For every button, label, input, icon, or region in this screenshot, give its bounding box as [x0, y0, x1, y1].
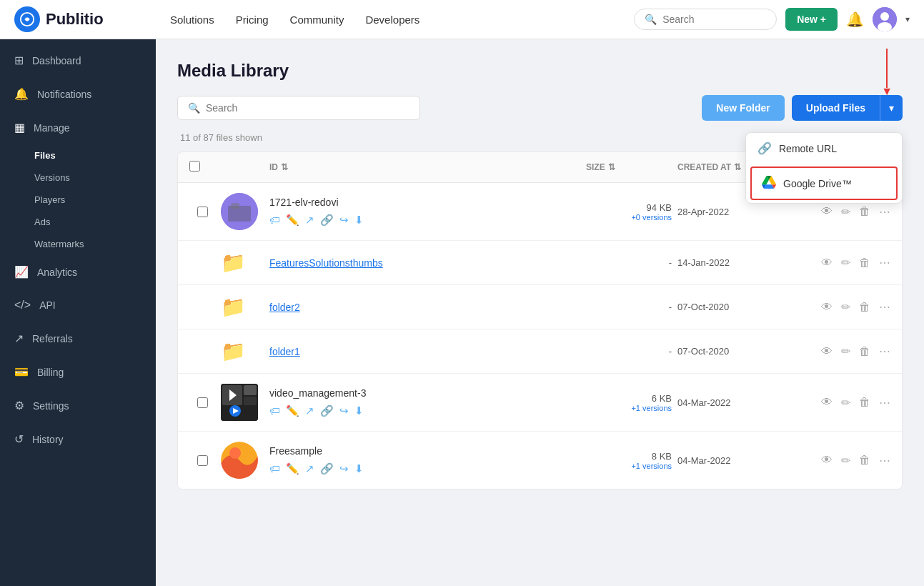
select-all-checkbox[interactable] — [189, 161, 200, 172]
sidebar-item-manage[interactable]: ▦ Manage — [0, 111, 156, 144]
submenu-watermarks[interactable]: Watermarks — [34, 233, 156, 255]
submenu-players[interactable]: Players — [34, 189, 156, 211]
open-icon[interactable]: ↗ — [305, 214, 314, 227]
row-checkbox[interactable] — [197, 455, 208, 466]
sidebar-item-notifications[interactable]: 🔔 Notifications — [0, 77, 156, 111]
view-icon[interactable]: 👁 — [821, 257, 833, 269]
sidebar-item-history[interactable]: ↺ History — [0, 422, 156, 456]
billing-icon: 💳 — [14, 365, 29, 379]
more-icon[interactable]: ⋯ — [879, 256, 890, 269]
search-icon: 🔍 — [645, 14, 657, 25]
avatar-chevron-icon[interactable]: ▾ — [905, 14, 910, 24]
edit-icon[interactable]: ✏️ — [286, 462, 299, 475]
more-icon[interactable]: ⋯ — [879, 205, 890, 219]
arrow-indicator: ▼ — [881, 49, 893, 98]
file-size: - — [586, 302, 672, 312]
edit-icon[interactable]: ✏ — [841, 205, 850, 219]
share-icon[interactable]: ↪ — [339, 214, 349, 227]
edit-icon[interactable]: ✏️ — [286, 214, 299, 227]
download-icon[interactable]: ⬇ — [354, 404, 364, 417]
folder-name[interactable]: folder2 — [269, 302, 580, 313]
manage-submenu: Files Versions Players Ads Watermarks — [0, 144, 156, 255]
sidebar-item-dashboard[interactable]: ⊞ Dashboard — [0, 44, 156, 77]
dropdown-google-drive-label: Google Drive™ — [783, 178, 852, 189]
sidebar-label-dashboard: Dashboard — [32, 55, 81, 66]
svg-point-2 — [880, 12, 889, 21]
header-id[interactable]: ID ⇅ — [269, 162, 580, 172]
download-icon[interactable]: ⬇ — [354, 214, 364, 227]
delete-icon[interactable]: 🗑 — [859, 396, 870, 409]
view-icon[interactable]: 👁 — [821, 345, 833, 358]
sidebar-item-api[interactable]: </> API — [0, 289, 156, 322]
sidebar-item-referrals[interactable]: ↗ Referrals — [0, 322, 156, 355]
tag-icon[interactable]: 🏷 — [269, 404, 280, 417]
delete-icon[interactable]: 🗑 — [859, 301, 870, 314]
edit-icon[interactable]: ✏ — [841, 344, 850, 358]
delete-icon[interactable]: 🗑 — [859, 257, 870, 269]
view-icon[interactable]: 👁 — [821, 301, 833, 314]
share-icon[interactable]: ↪ — [339, 404, 349, 417]
nav-solutions[interactable]: Solutions — [170, 14, 214, 26]
header-size[interactable]: SIZE ⇅ — [586, 162, 672, 172]
view-icon[interactable]: 👁 — [821, 205, 833, 218]
row-checkbox[interactable] — [197, 397, 208, 408]
link-icon[interactable]: 🔗 — [320, 214, 334, 227]
top-nav: Publitio Solutions Pricing Community Dev… — [0, 0, 924, 39]
edit-icon[interactable]: ✏️ — [286, 404, 299, 417]
share-icon[interactable]: ↪ — [339, 462, 349, 475]
delete-icon[interactable]: 🗑 — [859, 345, 870, 358]
sidebar-item-billing[interactable]: 💳 Billing — [0, 355, 156, 389]
nav-pricing[interactable]: Pricing — [236, 14, 269, 26]
submenu-ads[interactable]: Ads — [34, 211, 156, 233]
row-checkbox[interactable] — [197, 207, 208, 217]
row-checkbox-cell — [189, 455, 215, 466]
edit-icon[interactable]: ✏ — [841, 256, 850, 269]
more-icon[interactable]: ⋯ — [879, 300, 890, 314]
media-search-input[interactable] — [206, 102, 409, 114]
submenu-versions[interactable]: Versions — [34, 167, 156, 189]
edit-icon[interactable]: ✏ — [841, 454, 850, 467]
delete-icon[interactable]: 🗑 — [859, 205, 870, 218]
edit-icon[interactable]: ✏ — [841, 300, 850, 314]
sidebar-item-settings[interactable]: ⚙ Settings — [0, 389, 156, 422]
nav-search-input[interactable] — [662, 14, 766, 25]
tag-icon[interactable]: 🏷 — [269, 462, 280, 475]
link-icon[interactable]: 🔗 — [320, 462, 334, 475]
open-icon[interactable]: ↗ — [305, 404, 314, 417]
view-icon[interactable]: 👁 — [821, 396, 833, 409]
dropdown-google-drive[interactable]: Google Drive™ — [750, 167, 898, 200]
sidebar-item-analytics[interactable]: 📈 Analytics — [0, 255, 156, 289]
svg-rect-10 — [244, 385, 257, 395]
logo[interactable]: Publitio — [14, 6, 170, 32]
media-search-box[interactable]: 🔍 — [177, 96, 420, 120]
avatar[interactable] — [873, 7, 897, 31]
sort-icon: ⇅ — [608, 162, 615, 172]
svg-rect-11 — [244, 397, 257, 405]
dropdown-remote-url[interactable]: 🔗 Remote URL — [746, 133, 902, 164]
more-icon[interactable]: ⋯ — [879, 396, 890, 409]
new-button[interactable]: New + — [785, 8, 838, 31]
more-icon[interactable]: ⋯ — [879, 454, 890, 467]
sidebar: ⊞ Dashboard 🔔 Notifications ▦ Manage Fil… — [0, 39, 156, 586]
open-icon[interactable]: ↗ — [305, 462, 314, 475]
notifications-bell-icon[interactable]: 🔔 — [846, 11, 864, 28]
edit-icon[interactable]: ✏ — [841, 396, 850, 409]
view-icon[interactable]: 👁 — [821, 454, 833, 467]
nav-search-box[interactable]: 🔍 — [634, 9, 777, 30]
download-icon[interactable]: ⬇ — [354, 462, 364, 475]
file-date: 07-Oct-2020 — [677, 302, 792, 312]
delete-icon[interactable]: 🗑 — [859, 454, 870, 467]
nav-developers[interactable]: Developers — [365, 14, 419, 26]
folder-name[interactable]: folder1 — [269, 346, 580, 357]
new-folder-button[interactable]: New Folder — [702, 95, 784, 121]
nav-community[interactable]: Community — [290, 14, 344, 26]
upload-chevron-button[interactable]: ▾ — [880, 95, 903, 121]
link-icon[interactable]: 🔗 — [320, 404, 334, 417]
toolbar-right: New Folder Upload Files ▾ ▼ 🔗 Remote URL — [702, 95, 903, 121]
folder-name[interactable]: FeaturesSolutionsthumbs — [269, 257, 580, 269]
more-icon[interactable]: ⋯ — [879, 344, 890, 358]
submenu-files[interactable]: Files — [34, 144, 156, 167]
upload-files-button[interactable]: Upload Files — [792, 95, 880, 121]
table-row: 📁 FeaturesSolutionsthumbs - 14-Jan-2022 … — [178, 241, 902, 285]
tag-icon[interactable]: 🏷 — [269, 214, 280, 227]
